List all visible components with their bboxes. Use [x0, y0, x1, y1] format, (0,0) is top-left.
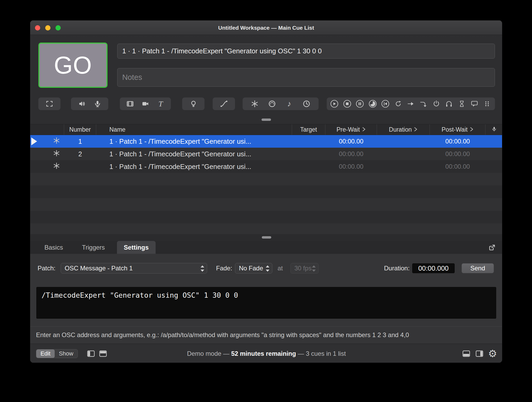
light-icon[interactable] [188, 99, 198, 109]
pause-icon[interactable] [355, 99, 365, 109]
toolbar-group-light [182, 97, 204, 110]
notes-field[interactable] [117, 68, 495, 87]
edit-mode-button[interactable]: Edit [36, 349, 55, 358]
fade-label: Fade: [216, 263, 232, 274]
toolbar-group-fade [213, 97, 235, 110]
column-target[interactable]: Target [292, 124, 325, 135]
patch-label: Patch: [38, 263, 55, 274]
toggle-left-panel-icon[interactable] [86, 349, 96, 358]
tab-basics[interactable]: Basics [38, 241, 70, 254]
toggle-top-panel-icon[interactable] [98, 349, 108, 358]
toolbar-group-control: ♪ [243, 97, 319, 110]
window-title: Untitled Workspace — Main Cue List [30, 20, 502, 35]
cue-name: 1 · Patch 1 - /TimecodeExpert "Generator… [96, 148, 292, 160]
toolbar-group-video: T [120, 97, 171, 110]
titlebar: Untitled Workspace — Main Cue List [30, 20, 502, 35]
cue-list-header: Number Name Target Pre-Wait Duration Pos… [30, 124, 502, 135]
cue-row-3[interactable]: 1 · Patch 1 - /TimecodeExpert "Generator… [30, 160, 502, 173]
film-icon[interactable] [125, 99, 135, 109]
column-name[interactable]: Name [96, 124, 292, 135]
music-note-icon[interactable]: ♪ [284, 99, 294, 109]
cue-target [292, 135, 325, 148]
playhead-arrow [31, 137, 37, 145]
cue-post-wait: 00:00.00 [430, 148, 485, 160]
cue-number: 1 [64, 135, 96, 148]
cue-name: 1 · Patch 1 - /TimecodeExpert "Generator… [96, 160, 292, 173]
cue-hotkey [485, 148, 502, 160]
overview-dots-icon[interactable] [482, 99, 492, 109]
send-button[interactable]: Send [462, 263, 494, 273]
column-pre-wait[interactable]: Pre-Wait [325, 124, 377, 135]
edit-show-toggle: Edit Show [36, 349, 78, 358]
cue-pre-wait: 00:00.00 [325, 148, 377, 160]
audition-headphones-icon[interactable] [444, 99, 454, 109]
toolbar-group-display [38, 97, 60, 110]
cue-pre-wait: 00:00.00 [325, 160, 377, 173]
list-splitter-handle[interactable] [262, 118, 271, 121]
cue-post-wait: 00:00.00 [430, 160, 485, 173]
column-status [30, 124, 64, 135]
continue-icon[interactable] [406, 99, 416, 109]
column-hotkey[interactable] [485, 124, 502, 135]
cue-duration [377, 135, 430, 148]
toolbar-group-audio [71, 97, 108, 110]
toggle-right-panel-icon[interactable] [475, 349, 484, 358]
popout-inspector-icon[interactable] [488, 243, 496, 252]
osc-message-textarea[interactable]: /TimecodeExpert "Generator using OSC" 1 … [36, 287, 497, 319]
chevron-right-icon [470, 126, 473, 133]
fade-select[interactable]: No Fade [235, 263, 272, 274]
settings-gear-icon[interactable]: ⚙ [488, 349, 497, 358]
inspector-splitter-zone [30, 234, 502, 241]
stepper-icon [201, 265, 204, 272]
cue-row-2[interactable]: 2 1 · Patch 1 - /TimecodeExpert "Generat… [30, 148, 502, 160]
midi-icon[interactable] [267, 99, 277, 109]
chevron-right-icon [362, 126, 366, 133]
wait-hourglass-icon[interactable] [457, 99, 467, 109]
qlab-window: Untitled Workspace — Main Cue List GO 1 … [30, 20, 502, 363]
duration-field[interactable]: 00:00.000 [412, 263, 455, 274]
power-icon[interactable] [431, 99, 441, 109]
fps-select: 30 fps [290, 263, 319, 274]
patch-select[interactable]: OSC Message - Patch 1 [61, 263, 207, 274]
reset-icon[interactable] [393, 99, 403, 109]
tab-settings[interactable]: Settings [117, 241, 156, 254]
show-mode-button[interactable]: Show [55, 349, 78, 358]
devamp-icon[interactable] [418, 99, 428, 109]
cue-target [292, 160, 325, 173]
timecode-clock-icon[interactable] [301, 99, 311, 109]
notes-bubble-icon[interactable] [469, 99, 479, 109]
cue-title-field[interactable]: 1 · 1 · Patch 1 - /TimecodeExpert "Gener… [117, 44, 495, 59]
cue-duration [377, 160, 430, 173]
cue-number: 2 [64, 148, 96, 160]
inspector-splitter-handle[interactable] [262, 236, 271, 239]
toggle-bottom-panel-icon[interactable] [462, 349, 471, 358]
load-to-head-icon[interactable] [380, 99, 390, 109]
cue-row-1[interactable]: 1 1 · Patch 1 - /TimecodeExpert "Generat… [30, 135, 502, 148]
stop-icon[interactable] [342, 99, 352, 109]
cue-name: 1 · Patch 1 - /TimecodeExpert "Generator… [96, 135, 292, 148]
network-icon[interactable] [250, 99, 260, 109]
fade-curve-icon[interactable] [219, 99, 229, 109]
column-duration[interactable]: Duration [377, 124, 430, 135]
cue-list-empty-area[interactable] [30, 173, 502, 234]
cue-pre-wait: 00:00.00 [325, 135, 377, 148]
osc-help-text: Enter an OSC address and arguments, e.g.… [30, 326, 502, 344]
network-cue-icon [53, 150, 60, 158]
panic-icon[interactable] [368, 99, 378, 109]
cue-post-wait: 00:00.00 [430, 135, 485, 148]
stepper-icon [266, 265, 269, 272]
camera-icon[interactable] [140, 99, 150, 109]
mic-icon[interactable] [93, 99, 103, 109]
tab-triggers[interactable]: Triggers [75, 241, 112, 254]
go-button[interactable]: GO [38, 43, 108, 88]
display-icon[interactable] [44, 99, 54, 109]
play-icon[interactable] [329, 99, 339, 109]
column-post-wait[interactable]: Post-Wait [430, 124, 485, 135]
text-icon[interactable]: T [156, 99, 166, 109]
column-number[interactable]: Number [64, 124, 96, 135]
duration-label: Duration: [384, 263, 410, 274]
network-cue-icon [53, 137, 60, 146]
stepper-icon [312, 265, 316, 272]
speaker-icon[interactable] [77, 99, 87, 109]
at-label: at [278, 263, 283, 274]
